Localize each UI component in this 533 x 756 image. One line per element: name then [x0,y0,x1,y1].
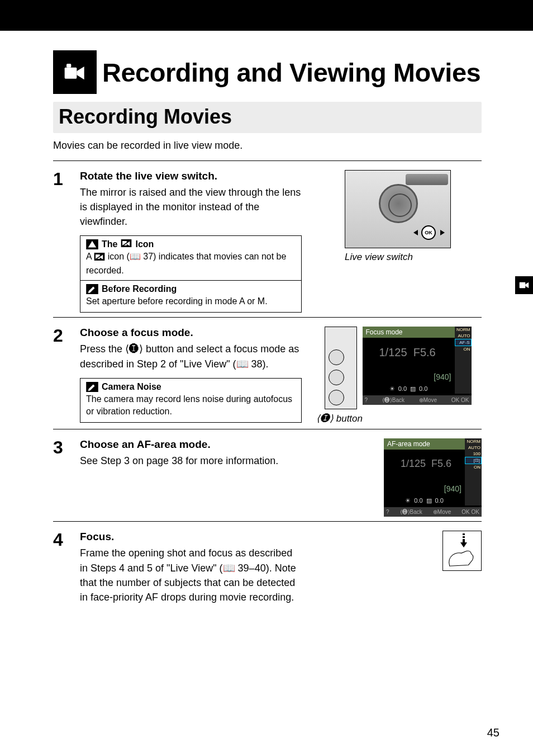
note-head-before: The [102,239,117,249]
screen-side: ON [455,346,472,352]
screen-val: 0.0 [398,385,407,393]
step-text: See Step 3 on page 38 for more informati… [80,453,302,468]
step-number: 2 [53,327,68,424]
chapter-header: Recording and Viewing Movies [53,50,482,94]
note-head: Camera Noise [102,382,161,392]
screen-fstop: F5.6 [413,346,436,358]
screen-shutter: 1/125 [379,346,407,358]
note-head-after: Icon [135,239,154,249]
step-title: Choose an AF-area mode. [80,438,302,451]
note-box: Camera Noise The camera may record lens … [80,378,302,423]
svg-rect-13 [463,536,465,538]
note-body-before: A [86,252,94,261]
screen-footer: ⟨🅘⟩Back [382,397,404,403]
step-text: Press the ⟨🅘⟩ button and select a focus … [80,342,302,371]
no-movie-icon [121,239,132,249]
shutter-press-illustration [442,531,482,571]
down-arrow-icon [460,533,468,548]
step-number: 3 [53,438,68,517]
camera-side-illustration [325,327,357,409]
svg-rect-2 [66,64,71,68]
note-body-mid: icon (📖 37) indicates that movies can no… [86,252,286,275]
step-1: 1 Rotate the live view switch. The mirro… [53,161,482,318]
note-head: Before Recording [102,284,177,294]
svg-rect-1 [65,68,77,79]
lcd-screen-af-area: AF-area mode 1/125 F5.6 [940] NORM AUTO … [384,438,482,517]
screen-side: AUTO [455,333,472,339]
screen-shots: [940] [434,372,451,381]
note-body: A icon (📖 37) indicates that movies can … [86,251,296,277]
camera-illustration: OK [345,170,451,248]
note-body: The camera may record lens noise during … [86,393,296,418]
screen-footer: ⊕Move [433,509,451,515]
section-heading: Recording Movies [53,102,482,133]
screen-shutter: 1/125 [401,458,426,469]
step-number: 4 [53,531,68,604]
screen-footer: ⊕Move [419,397,437,403]
figure-caption: ⟨🅘⟩ button [316,413,363,424]
step-4: 4 Focus. Frame the opening shot and focu… [53,522,482,608]
no-movie-icon [94,252,105,264]
screen-val: 0.0 [414,497,422,504]
screen-side: AUTO [465,445,482,451]
screen-footer: OK OK [461,509,479,515]
screen-side-active: AF-S [455,339,472,346]
chapter-title: Recording and Viewing Movies [102,59,480,86]
svg-rect-12 [463,533,465,535]
step-3: 3 Choose an AF-area mode. See Step 3 on … [53,429,482,522]
movie-camera-icon [53,50,97,94]
page-number: 45 [487,726,499,739]
step-title: Choose a focus mode. [80,327,302,339]
screen-side: ON [465,464,482,470]
step-text: The mirror is raised and the view throug… [80,185,302,229]
screen-side-active: [⊡] [465,457,482,464]
svg-rect-14 [463,539,465,542]
step-title: Rotate the live view switch. [80,170,302,182]
step-title: Focus. [80,531,302,543]
screen-side: NORM [465,438,482,445]
hand-icon [446,549,477,567]
screen-footer: ? [386,509,389,515]
screen-val: 0.0 [419,385,427,393]
note-box: The Icon A icon (📖 37) indicates that mo… [80,235,302,313]
lcd-screen-focus-mode: Focus mode 1/125 F5.6 [940] NORM AUTO AF… [363,327,472,405]
screen-fstop: F5.6 [431,458,451,469]
note-body: Set aperture before recording in mode A … [86,295,296,308]
screen-footer: ⟨🅘⟩Back [400,509,422,515]
screen-val: 0.0 [435,497,444,504]
step-2: 2 Choose a focus mode. Press the ⟨🅘⟩ but… [53,318,482,429]
alert-icon [86,239,98,249]
pencil-icon [86,382,98,392]
screen-side: 100 [465,451,482,457]
intro-text: Movies can be recorded in live view mode… [53,140,482,152]
screen-shots: [940] [444,484,461,493]
screen-footer: ? [365,397,368,403]
step-number: 1 [53,170,68,313]
screen-footer: OK OK [451,397,469,403]
step-text: Frame the opening shot and focus as desc… [80,546,302,604]
top-black-bar [0,0,533,31]
screen-side: NORM [455,327,472,333]
section-title: Recording Movies [59,105,476,129]
figure-caption: Live view switch [345,252,451,263]
pencil-icon [86,284,98,294]
